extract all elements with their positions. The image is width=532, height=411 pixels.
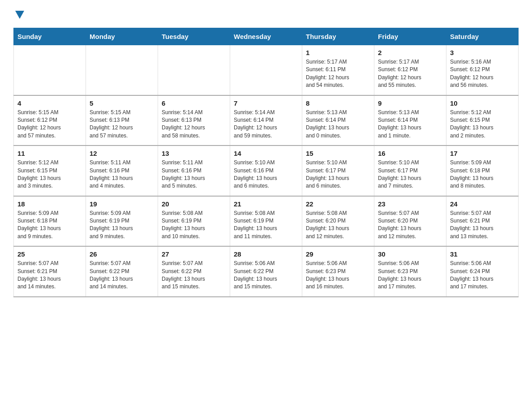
day-number: 14 bbox=[234, 150, 298, 157]
calendar-week-4: 18Sunrise: 5:09 AM Sunset: 6:18 PM Dayli… bbox=[14, 196, 519, 247]
day-header-tuesday: Tuesday bbox=[158, 28, 230, 45]
day-number: 10 bbox=[450, 99, 515, 107]
day-number: 11 bbox=[17, 150, 82, 157]
calendar-cell: 29Sunrise: 5:06 AM Sunset: 6:23 PM Dayli… bbox=[302, 246, 374, 297]
calendar-cell: 6Sunrise: 5:14 AM Sunset: 6:13 PM Daylig… bbox=[158, 95, 230, 146]
day-info: Sunrise: 5:10 AM Sunset: 6:16 PM Dayligh… bbox=[234, 159, 298, 190]
day-header-thursday: Thursday bbox=[302, 28, 374, 45]
calendar-cell: 23Sunrise: 5:07 AM Sunset: 6:20 PM Dayli… bbox=[374, 196, 446, 247]
calendar-week-5: 25Sunrise: 5:07 AM Sunset: 6:21 PM Dayli… bbox=[14, 246, 519, 297]
day-info: Sunrise: 5:06 AM Sunset: 6:23 PM Dayligh… bbox=[306, 260, 370, 291]
day-info: Sunrise: 5:07 AM Sunset: 6:21 PM Dayligh… bbox=[17, 260, 82, 291]
day-number: 3 bbox=[450, 49, 515, 56]
day-info: Sunrise: 5:06 AM Sunset: 6:23 PM Dayligh… bbox=[378, 260, 442, 291]
calendar-cell: 19Sunrise: 5:09 AM Sunset: 6:19 PM Dayli… bbox=[86, 196, 158, 247]
day-header-saturday: Saturday bbox=[446, 28, 519, 45]
day-info: Sunrise: 5:08 AM Sunset: 6:19 PM Dayligh… bbox=[234, 210, 298, 241]
day-number: 2 bbox=[378, 49, 442, 56]
calendar-cell: 1Sunrise: 5:17 AM Sunset: 6:11 PM Daylig… bbox=[302, 45, 374, 95]
day-info: Sunrise: 5:17 AM Sunset: 6:11 PM Dayligh… bbox=[306, 58, 370, 90]
day-number: 6 bbox=[162, 99, 226, 107]
day-info: Sunrise: 5:06 AM Sunset: 6:24 PM Dayligh… bbox=[450, 260, 515, 291]
logo-triangle-icon bbox=[15, 11, 24, 19]
day-info: Sunrise: 5:11 AM Sunset: 6:16 PM Dayligh… bbox=[90, 159, 154, 190]
calendar-cell: 3Sunrise: 5:16 AM Sunset: 6:12 PM Daylig… bbox=[446, 45, 519, 95]
calendar-cell: 18Sunrise: 5:09 AM Sunset: 6:18 PM Dayli… bbox=[14, 196, 86, 247]
day-info: Sunrise: 5:11 AM Sunset: 6:16 PM Dayligh… bbox=[162, 159, 226, 190]
calendar-header: SundayMondayTuesdayWednesdayThursdayFrid… bbox=[14, 28, 519, 45]
day-info: Sunrise: 5:10 AM Sunset: 6:17 PM Dayligh… bbox=[378, 159, 442, 190]
calendar-cell bbox=[230, 45, 302, 95]
calendar-cell: 9Sunrise: 5:13 AM Sunset: 6:14 PM Daylig… bbox=[374, 95, 446, 146]
day-number: 8 bbox=[306, 99, 370, 107]
calendar-cell: 14Sunrise: 5:10 AM Sunset: 6:16 PM Dayli… bbox=[230, 146, 302, 196]
day-number: 4 bbox=[17, 99, 82, 107]
day-info: Sunrise: 5:12 AM Sunset: 6:15 PM Dayligh… bbox=[450, 109, 515, 140]
calendar-cell: 27Sunrise: 5:07 AM Sunset: 6:22 PM Dayli… bbox=[158, 246, 230, 297]
calendar-cell: 31Sunrise: 5:06 AM Sunset: 6:24 PM Dayli… bbox=[446, 246, 519, 297]
day-number: 23 bbox=[378, 200, 442, 208]
day-number: 17 bbox=[450, 150, 515, 157]
calendar-cell: 4Sunrise: 5:15 AM Sunset: 6:12 PM Daylig… bbox=[14, 95, 86, 146]
day-number: 15 bbox=[306, 150, 370, 157]
calendar-cell bbox=[14, 45, 86, 95]
calendar-cell: 26Sunrise: 5:07 AM Sunset: 6:22 PM Dayli… bbox=[86, 246, 158, 297]
day-number: 31 bbox=[450, 250, 515, 258]
day-info: Sunrise: 5:07 AM Sunset: 6:22 PM Dayligh… bbox=[90, 260, 154, 291]
day-info: Sunrise: 5:14 AM Sunset: 6:14 PM Dayligh… bbox=[234, 109, 298, 140]
day-number: 7 bbox=[234, 99, 298, 107]
day-info: Sunrise: 5:08 AM Sunset: 6:20 PM Dayligh… bbox=[306, 210, 370, 241]
day-info: Sunrise: 5:07 AM Sunset: 6:22 PM Dayligh… bbox=[162, 260, 226, 291]
days-of-week-row: SundayMondayTuesdayWednesdayThursdayFrid… bbox=[14, 28, 519, 45]
calendar-cell bbox=[158, 45, 230, 95]
day-info: Sunrise: 5:13 AM Sunset: 6:14 PM Dayligh… bbox=[306, 109, 370, 140]
day-info: Sunrise: 5:07 AM Sunset: 6:21 PM Dayligh… bbox=[450, 210, 515, 241]
calendar-cell: 2Sunrise: 5:17 AM Sunset: 6:12 PM Daylig… bbox=[374, 45, 446, 95]
day-number: 29 bbox=[306, 250, 370, 258]
day-header-monday: Monday bbox=[86, 28, 158, 45]
day-number: 27 bbox=[162, 250, 226, 258]
calendar-cell: 8Sunrise: 5:13 AM Sunset: 6:14 PM Daylig… bbox=[302, 95, 374, 146]
day-number: 24 bbox=[450, 200, 515, 208]
day-number: 5 bbox=[90, 99, 154, 107]
day-info: Sunrise: 5:17 AM Sunset: 6:12 PM Dayligh… bbox=[378, 58, 442, 90]
day-info: Sunrise: 5:16 AM Sunset: 6:12 PM Dayligh… bbox=[450, 58, 515, 90]
calendar-cell: 12Sunrise: 5:11 AM Sunset: 6:16 PM Dayli… bbox=[86, 146, 158, 196]
day-number: 22 bbox=[306, 200, 370, 208]
day-info: Sunrise: 5:15 AM Sunset: 6:12 PM Dayligh… bbox=[17, 109, 82, 140]
day-number: 28 bbox=[234, 250, 298, 258]
day-info: Sunrise: 5:10 AM Sunset: 6:17 PM Dayligh… bbox=[306, 159, 370, 190]
day-info: Sunrise: 5:12 AM Sunset: 6:15 PM Dayligh… bbox=[17, 159, 82, 190]
day-number: 19 bbox=[90, 200, 154, 208]
day-info: Sunrise: 5:15 AM Sunset: 6:13 PM Dayligh… bbox=[90, 109, 154, 140]
calendar-cell: 17Sunrise: 5:09 AM Sunset: 6:18 PM Dayli… bbox=[446, 146, 519, 196]
calendar-table: SundayMondayTuesdayWednesdayThursdayFrid… bbox=[13, 28, 519, 297]
day-number: 9 bbox=[378, 99, 442, 107]
calendar-cell: 28Sunrise: 5:06 AM Sunset: 6:22 PM Dayli… bbox=[230, 246, 302, 297]
calendar-cell: 24Sunrise: 5:07 AM Sunset: 6:21 PM Dayli… bbox=[446, 196, 519, 247]
day-number: 26 bbox=[90, 250, 154, 258]
calendar-cell: 25Sunrise: 5:07 AM Sunset: 6:21 PM Dayli… bbox=[14, 246, 86, 297]
day-number: 16 bbox=[378, 150, 442, 157]
day-header-friday: Friday bbox=[374, 28, 446, 45]
calendar-week-1: 1Sunrise: 5:17 AM Sunset: 6:11 PM Daylig… bbox=[14, 45, 519, 95]
day-number: 25 bbox=[17, 250, 82, 258]
day-header-sunday: Sunday bbox=[14, 28, 86, 45]
day-number: 12 bbox=[90, 150, 154, 157]
calendar-cell: 22Sunrise: 5:08 AM Sunset: 6:20 PM Dayli… bbox=[302, 196, 374, 247]
day-number: 21 bbox=[234, 200, 298, 208]
calendar-cell bbox=[86, 45, 158, 95]
calendar-cell: 7Sunrise: 5:14 AM Sunset: 6:14 PM Daylig… bbox=[230, 95, 302, 146]
calendar-cell: 11Sunrise: 5:12 AM Sunset: 6:15 PM Dayli… bbox=[14, 146, 86, 196]
calendar-week-2: 4Sunrise: 5:15 AM Sunset: 6:12 PM Daylig… bbox=[14, 95, 519, 146]
calendar-body: 1Sunrise: 5:17 AM Sunset: 6:11 PM Daylig… bbox=[14, 45, 519, 297]
day-number: 13 bbox=[162, 150, 226, 157]
day-number: 30 bbox=[378, 250, 442, 258]
day-info: Sunrise: 5:08 AM Sunset: 6:19 PM Dayligh… bbox=[162, 210, 226, 241]
calendar-cell: 16Sunrise: 5:10 AM Sunset: 6:17 PM Dayli… bbox=[374, 146, 446, 196]
day-info: Sunrise: 5:09 AM Sunset: 6:18 PM Dayligh… bbox=[450, 159, 515, 190]
day-info: Sunrise: 5:13 AM Sunset: 6:14 PM Dayligh… bbox=[378, 109, 442, 140]
day-info: Sunrise: 5:14 AM Sunset: 6:13 PM Dayligh… bbox=[162, 109, 226, 140]
calendar-cell: 30Sunrise: 5:06 AM Sunset: 6:23 PM Dayli… bbox=[374, 246, 446, 297]
logo bbox=[13, 9, 24, 19]
